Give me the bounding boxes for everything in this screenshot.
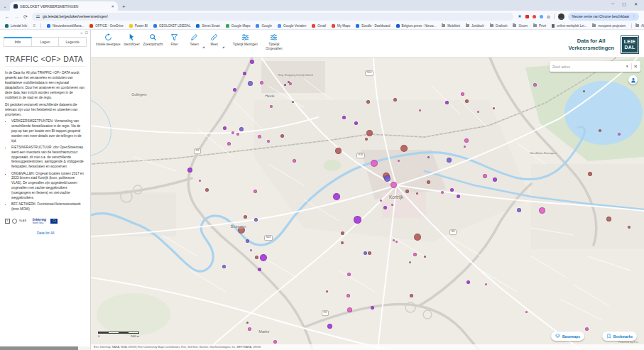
bookmark-folder[interactable]: Mobiliteit bbox=[442, 24, 460, 28]
measurement-point[interactable] bbox=[588, 172, 592, 176]
measurement-point[interactable] bbox=[250, 60, 254, 64]
measurement-point[interactable] bbox=[333, 193, 340, 200]
bookmark-item[interactable]: Street Smart bbox=[196, 24, 219, 28]
measurement-point[interactable] bbox=[231, 131, 234, 134]
tab-close-icon[interactable]: ✕ bbox=[111, 4, 114, 9]
measurement-point[interactable] bbox=[477, 111, 479, 113]
measurement-point[interactable] bbox=[243, 72, 246, 75]
measurement-point[interactable] bbox=[393, 98, 397, 102]
extension-icon[interactable] bbox=[525, 15, 529, 18]
fold-panel-icon[interactable]: ⊡ bbox=[84, 31, 88, 35]
bookmark-item[interactable]: Google Maps bbox=[226, 24, 251, 28]
measurement-point[interactable] bbox=[427, 180, 430, 184]
measurement-point[interactable] bbox=[347, 273, 351, 276]
measurement-point[interactable] bbox=[346, 294, 350, 297]
measurement-point[interactable] bbox=[384, 175, 391, 182]
search-input[interactable]: Zoek adres bbox=[552, 65, 623, 69]
measurement-point[interactable] bbox=[539, 207, 545, 214]
measurement-point[interactable] bbox=[450, 188, 454, 192]
measurement-point[interactable] bbox=[246, 322, 249, 324]
identify-button[interactable]: Identificeer bbox=[121, 32, 141, 48]
profile-avatar[interactable] bbox=[558, 13, 564, 20]
initial-view-button[interactable]: Initiële weergave bbox=[94, 32, 121, 48]
measurement-point[interactable] bbox=[246, 239, 249, 243]
horizontal-scrollbar[interactable] bbox=[0, 346, 90, 350]
measurement-point[interactable] bbox=[427, 156, 430, 158]
measurement-point[interactable] bbox=[244, 215, 247, 219]
measurement-point[interactable] bbox=[250, 249, 252, 251]
measurement-point[interactable] bbox=[618, 133, 621, 136]
measurement-point[interactable] bbox=[364, 251, 367, 255]
measurement-point[interactable] bbox=[280, 134, 284, 138]
measurement-point[interactable] bbox=[341, 231, 344, 235]
draw-button[interactable]: Teken bbox=[185, 32, 204, 48]
measurement-point[interactable] bbox=[205, 188, 209, 192]
measurement-point[interactable] bbox=[466, 280, 470, 284]
forward-icon[interactable]: → bbox=[14, 14, 19, 19]
measurement-point[interactable] bbox=[493, 177, 497, 182]
bookmark-folder[interactable]: Grafisch bbox=[490, 24, 508, 28]
measurement-point[interactable] bbox=[371, 160, 378, 167]
bookmark-item[interactable]: Google bbox=[256, 24, 272, 28]
extension-icon[interactable] bbox=[533, 15, 536, 18]
measurement-point[interactable] bbox=[398, 160, 400, 162]
bookmark-item[interactable]: Power BI bbox=[129, 24, 148, 28]
measurement-point[interactable] bbox=[368, 251, 371, 255]
measure-button[interactable]: Meet bbox=[204, 32, 224, 48]
browser-tab[interactable]: GEOLOKET VERKEERSMETINGEN ✕ bbox=[10, 1, 118, 11]
close-icon[interactable]: ✕ bbox=[634, 1, 638, 6]
chrome-update-button[interactable]: Nieuwe versie van Chrome beschikbaar ⋮ bbox=[568, 13, 639, 21]
bookmark-item[interactable]: online-werkplek Lei... bbox=[552, 24, 586, 28]
measurement-point[interactable] bbox=[383, 206, 387, 209]
bookmark-item[interactable]: My Maps bbox=[332, 24, 350, 28]
measurement-point[interactable] bbox=[292, 101, 294, 103]
bookmark-item[interactable]: Belgium.press - Nieuw... bbox=[396, 24, 437, 28]
measurement-point[interactable] bbox=[293, 159, 296, 163]
measurement-point[interactable] bbox=[260, 254, 267, 261]
map-canvas[interactable]: GullegemHeuleRing Shopping Kortrijk Noor… bbox=[91, 58, 644, 350]
site-info-icon[interactable] bbox=[36, 16, 40, 18]
measurement-point[interactable] bbox=[227, 142, 231, 146]
measurement-point[interactable] bbox=[254, 218, 258, 222]
measurement-point[interactable] bbox=[517, 208, 521, 212]
measurement-point[interactable] bbox=[599, 129, 601, 132]
measurement-point[interactable] bbox=[465, 99, 469, 103]
measurement-point[interactable] bbox=[457, 195, 460, 198]
bookmark-item[interactable]: Leiedal Info bbox=[5, 24, 27, 28]
tab-search-icon[interactable]: ⌄ bbox=[0, 1, 10, 11]
reload-icon[interactable]: ⟳ bbox=[23, 14, 28, 19]
measurement-point[interactable] bbox=[187, 168, 192, 173]
measurement-point[interactable] bbox=[445, 101, 449, 104]
tab-legende[interactable]: Legende bbox=[59, 37, 87, 47]
measurement-point[interactable] bbox=[393, 239, 395, 241]
measurement-point[interactable] bbox=[273, 340, 277, 344]
measurement-point[interactable] bbox=[395, 241, 398, 243]
measurement-point[interactable] bbox=[606, 217, 611, 222]
filter-button[interactable]: Filter bbox=[165, 32, 185, 48]
measurement-point[interactable] bbox=[199, 180, 201, 182]
measurement-point[interactable] bbox=[335, 148, 342, 154]
collapse-panel-icon[interactable]: « bbox=[80, 31, 82, 35]
measurement-point[interactable] bbox=[239, 127, 244, 131]
measurement-point[interactable] bbox=[461, 92, 464, 96]
measurement-point[interactable] bbox=[483, 174, 487, 178]
measurement-point[interactable] bbox=[380, 199, 382, 202]
measurement-point[interactable] bbox=[326, 290, 328, 292]
back-icon[interactable]: ← bbox=[5, 14, 10, 19]
measurement-point[interactable] bbox=[391, 182, 397, 188]
measurement-point[interactable] bbox=[464, 146, 466, 148]
measurement-point[interactable] bbox=[533, 83, 537, 87]
time-slider-ongevallen-button[interactable]: Tijdelijk Ongevallen bbox=[259, 32, 289, 52]
bookmark-folder[interactable]: Privé bbox=[533, 24, 546, 28]
bookmark-folder[interactable]: europese projecten bbox=[592, 24, 626, 28]
bookmark-folder[interactable]: Juridisch bbox=[466, 24, 484, 28]
measurement-point[interactable] bbox=[409, 261, 411, 263]
measurement-point[interactable] bbox=[341, 241, 344, 244]
measurement-point[interactable] bbox=[400, 145, 408, 152]
measurement-point[interactable] bbox=[365, 138, 368, 141]
measurement-point[interactable] bbox=[289, 82, 292, 85]
measurement-point[interactable] bbox=[258, 135, 261, 138]
measurement-point[interactable] bbox=[585, 327, 589, 331]
measurement-point[interactable] bbox=[583, 90, 585, 92]
measurement-point[interactable] bbox=[236, 133, 239, 136]
